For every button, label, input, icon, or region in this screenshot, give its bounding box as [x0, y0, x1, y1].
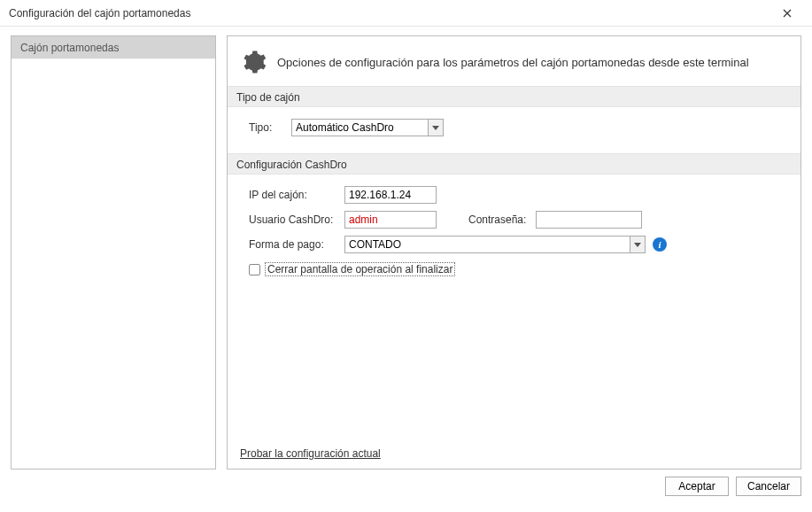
cancel-button[interactable]: Cancelar	[736, 477, 801, 496]
section-header-cashdro: Configuración CashDro	[228, 153, 800, 175]
chevron-down-icon	[432, 126, 439, 130]
section-body-tipo: Tipo:	[240, 107, 788, 153]
tipo-combo[interactable]	[291, 119, 444, 136]
ip-label: IP del cajón:	[249, 189, 344, 201]
forma-dropdown-button[interactable]	[630, 236, 646, 253]
tipo-label: Tipo:	[249, 121, 291, 134]
close-screen-checkbox-label[interactable]: Cerrar pantalla de operación al finaliza…	[265, 262, 455, 276]
section-body-cashdro: IP del cajón: Usuario CashDro: Contraseñ…	[240, 175, 788, 295]
forma-input[interactable]	[344, 236, 630, 253]
tipo-dropdown-button[interactable]	[428, 119, 444, 136]
close-screen-checkbox[interactable]	[249, 264, 260, 275]
ip-input[interactable]	[344, 186, 437, 204]
accept-button[interactable]: Aceptar	[665, 477, 729, 496]
forma-combo[interactable]	[344, 236, 646, 253]
sidebar: Cajón portamonedas	[11, 35, 216, 469]
sidebar-item-cajon[interactable]: Cajón portamonedas	[12, 36, 215, 59]
user-input[interactable]	[344, 211, 437, 229]
footer: Aceptar Cancelar	[0, 469, 812, 496]
tipo-input[interactable]	[291, 119, 428, 136]
titlebar: Configuración del cajón portamonedas	[0, 0, 812, 27]
window-title: Configuración del cajón portamonedas	[9, 7, 769, 19]
gear-icon	[240, 49, 267, 75]
main-panel: Opciones de configuración para los parám…	[227, 35, 801, 469]
info-icon[interactable]: i	[653, 237, 667, 252]
test-config-link[interactable]: Probar la configuración actual	[240, 447, 381, 460]
chevron-down-icon	[634, 243, 641, 247]
close-icon	[783, 9, 792, 18]
pass-label: Contraseña:	[468, 213, 536, 226]
pass-input[interactable]	[536, 211, 642, 229]
close-button[interactable]	[769, 1, 805, 26]
panel-header-text: Opciones de configuración para los parám…	[277, 56, 749, 69]
content: Cajón portamonedas Opciones de configura…	[0, 27, 812, 469]
user-label: Usuario CashDro:	[249, 213, 344, 226]
section-header-tipo: Tipo de cajón	[228, 86, 800, 107]
panel-header: Opciones de configuración para los parám…	[240, 49, 788, 75]
forma-label: Forma de pago:	[249, 238, 344, 251]
